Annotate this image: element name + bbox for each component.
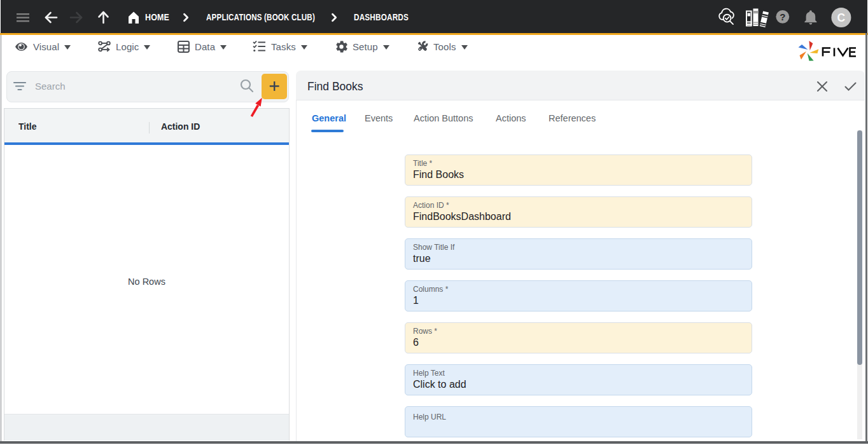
svg-text:C: C [837, 11, 846, 24]
svg-text:?: ? [780, 11, 785, 22]
